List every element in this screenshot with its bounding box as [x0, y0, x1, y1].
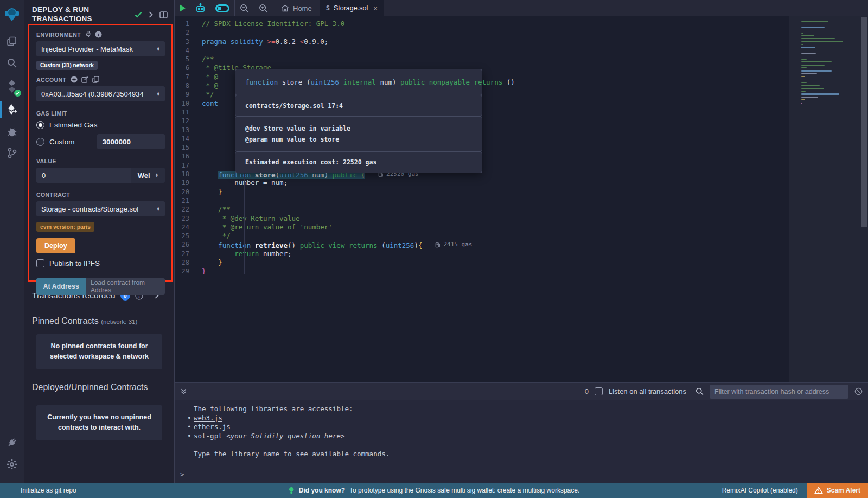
line-number[interactable]: 26 [175, 240, 202, 249]
deploy-button[interactable]: Deploy [36, 238, 75, 253]
terminal-filter-input[interactable]: Filter with transaction hash or address [710, 385, 848, 399]
line-number[interactable]: 1 [175, 20, 202, 28]
debugger-icon[interactable] [0, 120, 24, 142]
deployed-contracts-title: Deployed/Unpinned Contracts [32, 382, 167, 392]
line-number[interactable]: 21 [175, 196, 202, 205]
code-token: { [418, 241, 423, 250]
code-line: 2 [175, 28, 868, 37]
solidity-compiler-icon[interactable] [0, 74, 24, 99]
close-tab-icon[interactable]: × [373, 4, 378, 12]
code-token: public [400, 78, 425, 86]
tab-storage-sol[interactable]: S Storage.sol × [320, 0, 384, 16]
line-number[interactable]: 23 [175, 214, 202, 223]
terminal-library-link[interactable]: ethers.js [194, 423, 231, 431]
estimated-gas-radio[interactable] [36, 121, 44, 129]
line-number[interactable]: 13 [175, 126, 202, 135]
run-script-button[interactable] [175, 0, 190, 16]
code-line: 29} [175, 267, 868, 276]
custom-gas-radio[interactable] [36, 138, 44, 146]
deploy-run-icon[interactable] [0, 99, 24, 120]
code-token: } [202, 267, 206, 275]
plugin-manager-icon[interactable] [0, 432, 24, 454]
environment-select[interactable]: Injected Provider - MetaMask ▲▼ [36, 41, 165, 56]
add-account-icon[interactable] [71, 76, 78, 83]
copilot-toggle[interactable] [210, 0, 234, 16]
code-token: */ [202, 232, 231, 240]
line-number[interactable]: 14 [175, 135, 202, 143]
value-unit-select[interactable]: Wei ▲▼ [131, 168, 165, 183]
minimap-line [801, 82, 807, 83]
chevron-right-icon[interactable] [149, 11, 153, 18]
line-number[interactable]: 29 [175, 267, 202, 276]
line-number[interactable]: 3 [175, 37, 202, 46]
line-number[interactable]: 27 [175, 250, 202, 258]
line-number[interactable]: 16 [175, 152, 202, 161]
panel-divider [24, 309, 174, 309]
terminal-search-icon[interactable] [695, 387, 704, 395]
line-number[interactable]: 18 [175, 170, 202, 178]
line-number[interactable]: 6 [175, 63, 202, 72]
line-number[interactable]: 15 [175, 143, 202, 152]
code-token: // SPDX-License-Identifier: GPL-3.0 [202, 20, 344, 28]
editor-minimap[interactable] [789, 16, 868, 382]
copy-account-icon[interactable] [92, 76, 99, 83]
editor-scrollbar[interactable] [861, 17, 867, 227]
code-token: store ( [278, 78, 310, 86]
environment-info-icon[interactable]: i [95, 31, 102, 38]
listen-all-transactions-checkbox[interactable] [595, 387, 603, 395]
contract-select[interactable]: Storage - contracts/Storage.sol ▲▼ [36, 201, 165, 216]
line-number[interactable]: 19 [175, 178, 202, 187]
minimap-line [801, 88, 824, 89]
sign-message-icon[interactable] [81, 76, 88, 83]
minimap-line [801, 76, 805, 77]
at-address-button[interactable]: At Address [36, 278, 86, 295]
at-address-input[interactable]: Load contract from Addres [86, 278, 165, 295]
zoom-out-icon[interactable] [235, 0, 254, 16]
code-token: () [502, 78, 515, 86]
lightbulb-icon [289, 487, 295, 495]
line-number[interactable]: 9 [175, 90, 202, 99]
code-line: 28 } [175, 258, 868, 267]
git-init-status[interactable]: Initialize as git repo [0, 487, 76, 494]
publish-ipfs-checkbox[interactable] [36, 259, 44, 267]
value-input[interactable]: 0 [36, 168, 131, 183]
line-number[interactable]: 4 [175, 46, 202, 55]
minimap-line [801, 27, 825, 28]
terminal-output[interactable]: The following libraries are accessible:w… [175, 400, 868, 482]
clear-terminal-icon[interactable] [854, 387, 863, 395]
copilot-status[interactable]: RemixAI Copilot (enabled) [722, 487, 807, 494]
terminal-prompt[interactable]: > [180, 470, 184, 480]
search-icon[interactable] [0, 52, 24, 74]
line-number[interactable]: 2 [175, 28, 202, 37]
ai-copilot-robot-icon[interactable] [190, 0, 210, 16]
line-number[interactable]: 12 [175, 117, 202, 125]
line-number[interactable]: 22 [175, 205, 202, 214]
line-number[interactable]: 25 [175, 232, 202, 240]
remix-logo-icon[interactable] [0, 3, 24, 25]
line-number[interactable]: 11 [175, 108, 202, 117]
custom-gas-input[interactable]: 3000000 [97, 134, 165, 149]
zoom-in-icon[interactable] [254, 0, 273, 16]
minimap-line [801, 21, 828, 22]
line-number[interactable]: 17 [175, 161, 202, 170]
line-number[interactable]: 24 [175, 223, 202, 232]
code-line: 25 */ [175, 232, 868, 240]
scam-alert-button[interactable]: Scam Alert [807, 483, 868, 498]
account-select[interactable]: 0xA03...85ac4 (0.398673504934 ▲▼ [36, 86, 165, 101]
line-number[interactable]: 20 [175, 188, 202, 196]
line-number[interactable]: 5 [175, 55, 202, 63]
terminal-library-link[interactable]: web3.js [194, 414, 222, 422]
pin-panel-icon[interactable] [159, 11, 168, 18]
compiler-success-badge [14, 90, 21, 97]
collapse-terminal-icon[interactable] [180, 388, 187, 395]
line-number[interactable]: 28 [175, 258, 202, 267]
file-explorer-icon[interactable] [0, 30, 24, 52]
network-badge: Custom (31) network [36, 61, 98, 70]
line-number[interactable]: 7 [175, 73, 202, 81]
settings-gear-icon[interactable] [0, 454, 24, 475]
tab-home[interactable]: Home [273, 0, 320, 16]
git-icon[interactable] [0, 142, 24, 164]
line-number[interactable]: 10 [175, 99, 202, 108]
line-number[interactable]: 8 [175, 81, 202, 90]
code-token [202, 241, 218, 250]
